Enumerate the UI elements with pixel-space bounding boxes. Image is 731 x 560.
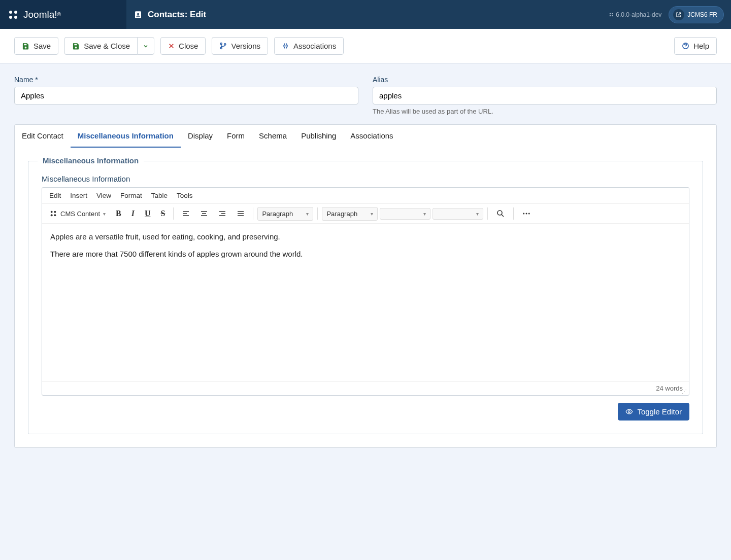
format-select-2[interactable]: Paragraph▾	[322, 207, 378, 221]
svg-point-18	[497, 211, 502, 215]
rich-editor: Edit Insert View Format Table Tools CMS …	[42, 187, 689, 396]
align-center-button[interactable]	[196, 206, 212, 221]
user-badge[interactable]: JCMS6 FR	[669, 6, 724, 23]
alias-input[interactable]	[373, 87, 717, 104]
svg-point-21	[528, 213, 530, 215]
format-select-1[interactable]: Paragraph▾	[257, 207, 313, 221]
svg-point-17	[54, 214, 56, 216]
title-row: Name * Alias The Alias will be used as p…	[14, 76, 717, 115]
chevron-down-icon: ▾	[306, 211, 309, 217]
tab-edit-contact[interactable]: Edit Contact	[15, 125, 71, 148]
word-count: 24 words	[656, 384, 683, 392]
help-icon	[682, 42, 689, 50]
tab-misc-info[interactable]: Miscellaneous Information	[71, 125, 181, 148]
help-button[interactable]: Help	[674, 37, 717, 55]
font-select[interactable]: ▾	[380, 208, 430, 220]
eye-icon	[625, 408, 633, 415]
branch-icon	[219, 42, 227, 50]
name-input[interactable]	[14, 87, 358, 104]
search-icon	[496, 209, 505, 218]
svg-point-22	[628, 411, 630, 413]
align-right-button[interactable]	[214, 206, 230, 221]
alias-label: Alias	[373, 76, 717, 84]
svg-point-16	[51, 214, 53, 216]
svg-point-12	[224, 44, 226, 45]
misc-label: Miscellaneous Information	[42, 174, 689, 183]
fieldset-legend: Miscellaneous Information	[38, 156, 144, 165]
separator	[487, 207, 488, 220]
save-button[interactable]: Save	[14, 37, 58, 55]
associations-icon	[282, 42, 289, 50]
page-title-area: Contacts: Edit	[126, 10, 609, 20]
tabs: Edit Contact Miscellaneous Information D…	[14, 124, 717, 148]
external-link-icon	[673, 9, 684, 20]
separator	[513, 207, 514, 220]
svg-point-6	[610, 13, 611, 14]
editor-statusbar: 24 words ⋰	[42, 381, 689, 395]
svg-point-10	[221, 43, 222, 45]
associations-button[interactable]: Associations	[274, 37, 344, 55]
svg-point-15	[54, 211, 56, 213]
close-icon	[168, 43, 175, 49]
svg-point-3	[14, 16, 17, 19]
align-justify-button[interactable]	[232, 206, 249, 221]
editor-menubar: Edit Insert View Format Table Tools	[42, 188, 689, 203]
tab-panel-misc: Miscellaneous Information Miscellaneous …	[14, 148, 717, 448]
align-left-button[interactable]	[178, 206, 194, 221]
italic-button[interactable]: I	[127, 206, 139, 221]
chevron-down-icon: ▾	[103, 211, 106, 217]
save-close-dropdown[interactable]	[137, 37, 154, 55]
chevron-down-icon: ▾	[371, 211, 373, 217]
tab-display[interactable]: Display	[181, 125, 220, 148]
svg-point-1	[14, 11, 17, 14]
tab-schema[interactable]: Schema	[252, 125, 294, 148]
topbar: Joomla! ® Contacts: Edit 6.0.0-alpha1-de…	[0, 0, 731, 29]
contact-icon	[134, 10, 143, 19]
tab-associations[interactable]: Associations	[343, 125, 400, 148]
editor-toolbar: CMS Content ▾ B I U S Paragraph▾ Paragra	[42, 203, 689, 224]
svg-point-20	[526, 213, 527, 215]
strikethrough-button[interactable]: S	[157, 206, 170, 221]
tab-form[interactable]: Form	[220, 125, 252, 148]
save-icon	[72, 42, 80, 50]
version-text: 6.0.0-alpha1-dev	[609, 11, 661, 18]
chevron-down-icon	[143, 43, 149, 49]
menu-table[interactable]: Table	[151, 192, 168, 199]
joomla-small-icon	[609, 12, 614, 17]
menu-edit[interactable]: Edit	[49, 192, 61, 199]
menu-format[interactable]: Format	[120, 192, 142, 199]
menu-insert[interactable]: Insert	[70, 192, 87, 199]
close-button[interactable]: Close	[160, 37, 206, 55]
svg-point-11	[221, 47, 222, 49]
page-title: Contacts: Edit	[148, 10, 206, 20]
alias-hint: The Alias will be used as part of the UR…	[373, 108, 717, 115]
content-area: Name * Alias The Alias will be used as p…	[0, 63, 731, 460]
tab-publishing[interactable]: Publishing	[294, 125, 343, 148]
editor-content[interactable]: Apples are a versatile fruit, used for e…	[42, 224, 689, 381]
bold-button[interactable]: B	[112, 206, 125, 221]
separator	[173, 207, 174, 220]
size-select[interactable]: ▾	[433, 208, 483, 220]
save-close-button[interactable]: Save & Close	[64, 37, 137, 55]
separator	[317, 207, 318, 220]
toolbar: Save Save & Close Close Versions Associa…	[0, 29, 731, 63]
name-label: Name *	[14, 76, 358, 84]
brand-logo[interactable]: Joomla! ®	[0, 0, 126, 29]
versions-button[interactable]: Versions	[212, 37, 268, 55]
menu-view[interactable]: View	[96, 192, 111, 199]
misc-fieldset: Miscellaneous Information Miscellaneous …	[28, 161, 703, 434]
menu-tools[interactable]: Tools	[177, 192, 193, 199]
svg-point-9	[612, 15, 613, 16]
toggle-editor-button[interactable]: Toggle Editor	[618, 403, 689, 421]
save-close-group: Save & Close	[64, 37, 154, 55]
chevron-down-icon: ▾	[476, 211, 479, 217]
more-button[interactable]	[518, 206, 535, 221]
save-icon	[22, 42, 29, 50]
search-button[interactable]	[492, 206, 509, 221]
svg-point-8	[610, 15, 611, 16]
more-icon	[522, 209, 531, 218]
underline-button[interactable]: U	[141, 206, 155, 221]
resize-handle[interactable]: ⋰	[682, 389, 687, 394]
cms-content-button[interactable]: CMS Content ▾	[45, 207, 110, 220]
svg-point-19	[523, 213, 525, 215]
